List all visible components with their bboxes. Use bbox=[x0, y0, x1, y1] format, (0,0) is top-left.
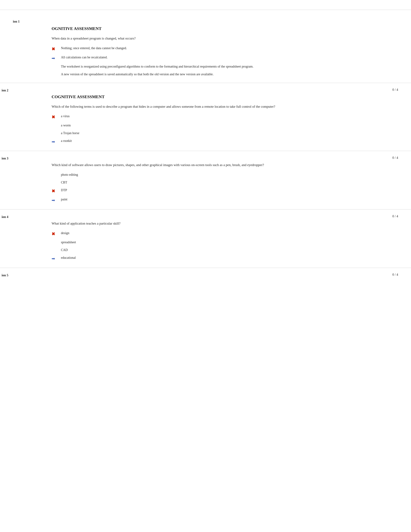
option-text-1-3: The worksheet is reorganized using preco… bbox=[61, 64, 253, 69]
option-icon-arrow: ➡ bbox=[52, 55, 59, 61]
question-block-5: ion 5 ion 5 0 / 4 bbox=[0, 268, 411, 283]
option-2-1: ✖ a virus bbox=[52, 114, 379, 120]
section-label-2-left: ion 2 bbox=[2, 88, 8, 92]
option-text-4-4: educational bbox=[61, 255, 76, 260]
option-4-2: spreadsheet bbox=[52, 240, 379, 245]
option-icon-x: ✖ bbox=[52, 46, 59, 52]
option-text-3-3: DTP bbox=[61, 188, 67, 192]
question-block-4: ion 4 ion 4 0 / 4 What kind of applicati… bbox=[0, 209, 411, 268]
option-text-3-2: CBT bbox=[61, 180, 67, 185]
options-list-1: ✖ Nothing; once entered, the data cannot… bbox=[0, 46, 411, 77]
option-3-1: photo editing bbox=[52, 172, 379, 177]
question-block-3: ion 3 ion 3 0 / 4 Which kind of software… bbox=[0, 151, 411, 209]
option-icon-x-2: ✖ bbox=[52, 114, 59, 120]
option-1-3: The worksheet is reorganized using preco… bbox=[52, 64, 379, 69]
option-icon-empty-4 bbox=[52, 131, 59, 136]
option-3-2: CBT bbox=[52, 180, 379, 185]
option-text-2-3: a Trojan horse bbox=[61, 131, 79, 135]
question-text-4: What kind of application teaches a parti… bbox=[0, 221, 411, 226]
option-icon-empty-2 bbox=[52, 72, 59, 77]
option-icon-empty-3 bbox=[52, 123, 59, 128]
option-icon-x-3: ✖ bbox=[52, 188, 59, 194]
question-header-1: ion 1 bbox=[0, 20, 411, 23]
option-icon-empty-8 bbox=[52, 248, 59, 253]
option-icon-arrow-3: ➡ bbox=[52, 197, 59, 203]
option-text-4-2: spreadsheet bbox=[61, 240, 76, 245]
option-icon-arrow-4: ➡ bbox=[52, 256, 59, 262]
options-list-4: ✖ design spreadsheet CAD ➡ educational bbox=[0, 230, 411, 262]
section-label-3-left: ion 3 bbox=[2, 157, 8, 160]
option-text-2-2: a worm bbox=[61, 123, 71, 128]
option-icon-x-4: ✖ bbox=[52, 231, 59, 237]
question-header-3: ion 3 0 / 4 bbox=[0, 156, 411, 160]
section-title-1: OGNITIVE ASSESSMENT bbox=[0, 26, 411, 31]
section-title-2: COGNITIVE ASSESSMENT bbox=[0, 95, 411, 99]
option-text-1-4: A new version of the spreadsheet is save… bbox=[61, 72, 214, 76]
question-block-1: ion 1 OGNITIVE ASSESSMENT When data in a… bbox=[0, 10, 411, 83]
option-1-2: ➡ All calculations can be recalculated. bbox=[52, 55, 379, 61]
option-4-3: CAD bbox=[52, 247, 379, 253]
question-header-4: ion 4 0 / 4 bbox=[0, 214, 411, 218]
section-score-3: 0 / 4 bbox=[392, 156, 398, 160]
option-icon-empty bbox=[52, 64, 59, 69]
section-score-4: 0 / 4 bbox=[392, 214, 398, 218]
option-text-1-2: All calculations can be recalculated. bbox=[61, 55, 108, 60]
option-2-4: ➡ a rootkit bbox=[52, 138, 379, 145]
page: ion 1 OGNITIVE ASSESSMENT When data in a… bbox=[0, 0, 411, 532]
option-3-3: ✖ DTP bbox=[52, 188, 379, 194]
option-icon-empty-5 bbox=[52, 172, 59, 177]
option-icon-empty-7 bbox=[52, 240, 59, 245]
question-block-2: ion 2 ion 2 0 / 4 COGNITIVE ASSESSMENT W… bbox=[0, 83, 411, 151]
option-text-3-1: photo editing bbox=[61, 172, 78, 177]
question-text-3: Which kind of software allows users to d… bbox=[0, 162, 411, 168]
option-4-1: ✖ design bbox=[52, 230, 379, 237]
option-1-4: A new version of the spreadsheet is save… bbox=[52, 72, 379, 77]
option-2-2: a worm bbox=[52, 123, 379, 128]
section-label-5-left: ion 5 bbox=[2, 273, 8, 277]
section-label-4-left: ion 4 bbox=[2, 215, 8, 219]
option-text-4-3: CAD bbox=[61, 247, 68, 252]
option-text-2-4: a rootkit bbox=[61, 138, 72, 143]
question-text-1: When data in a spreadsheet program is ch… bbox=[0, 36, 411, 41]
option-icon-arrow-2: ➡ bbox=[52, 139, 59, 145]
section-label-1: ion 1 bbox=[13, 20, 20, 23]
section-score-2: 0 / 4 bbox=[392, 88, 398, 92]
option-3-4: ➡ paint bbox=[52, 197, 379, 203]
options-list-2: ✖ a virus a worm a Trojan horse ➡ a root… bbox=[0, 114, 411, 145]
option-2-3: a Trojan horse bbox=[52, 131, 379, 136]
option-text-2-1: a virus bbox=[61, 114, 70, 118]
section-score-5: 0 / 4 bbox=[392, 273, 398, 276]
option-4-4: ➡ educational bbox=[52, 255, 379, 262]
question-header-2: ion 2 0 / 4 bbox=[0, 88, 411, 92]
question-header-5: ion 5 0 / 4 bbox=[0, 273, 411, 276]
option-text-4-1: design bbox=[61, 230, 69, 235]
option-text-3-4: paint bbox=[61, 197, 67, 202]
option-1-1: ✖ Nothing; once entered, the data cannot… bbox=[52, 46, 379, 52]
option-icon-empty-6 bbox=[52, 180, 59, 185]
option-text-1-1: Nothing; once entered, the data cannot b… bbox=[61, 46, 127, 50]
options-list-3: photo editing CBT ✖ DTP ➡ paint bbox=[0, 172, 411, 203]
question-text-2: Which of the following terms is used to … bbox=[0, 104, 411, 109]
